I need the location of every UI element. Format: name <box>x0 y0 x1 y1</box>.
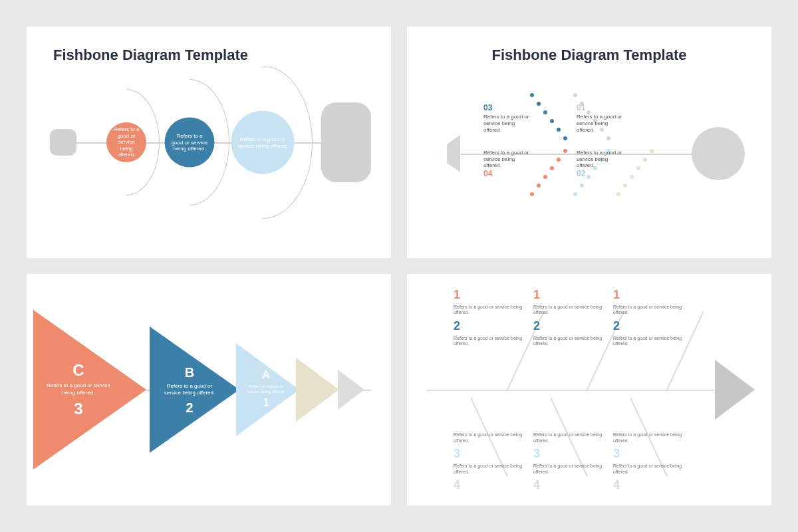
cause-label-2: Refers to a good or service being offere… <box>577 150 623 180</box>
cause-number: 01 <box>577 103 623 112</box>
slide-fishbone-dotted: Fishbone Diagram Template 03 Refers to a… <box>407 27 771 258</box>
cause-text: Refers to a good or service being offere… <box>454 336 527 347</box>
fish-head <box>692 127 745 180</box>
cause-number: 2 <box>533 320 606 332</box>
triangle-text: Refers to a good or service being offere… <box>160 383 219 397</box>
slide-fishbone-multi: 1 Refers to a good or service being offe… <box>407 274 771 505</box>
triangle-text: Refers to a good or service being offere… <box>243 384 289 395</box>
cause-text: Refers to a good or service being offere… <box>483 150 529 168</box>
cause-number: 3 <box>454 448 527 460</box>
cause-text: Refers to a good or service being offere… <box>533 432 606 444</box>
cause-text: Refers to a good or service being offere… <box>533 464 606 475</box>
triangle-label-c: C Refers to a good or service being offe… <box>45 360 112 419</box>
cause-text: Refers to a good or service being offere… <box>613 305 686 316</box>
triangle-text: Refers to a good or service being offere… <box>45 383 112 397</box>
triangle-letter: C <box>45 360 112 380</box>
cause-text: Refers to a good or service being offere… <box>577 114 622 132</box>
cause-number: 4 <box>533 479 606 491</box>
fish-tail-notch <box>434 144 447 163</box>
fish-tail <box>50 129 76 156</box>
slide-fishbone-circles: Fishbone Diagram Template Refers to a go… <box>27 27 391 258</box>
arrowhead-icon <box>715 360 755 420</box>
cause-text: Refers to a good or service being offere… <box>577 150 622 168</box>
cause-label-4: Refers to a good or service being offere… <box>483 150 530 180</box>
slide-fishbone-triangles: C Refers to a good or service being offe… <box>27 274 391 505</box>
cause-text: Refers to a good or service being offere… <box>613 464 686 475</box>
triangle-number: 1 <box>243 397 289 411</box>
cause-label-3: 03 Refers to a good or service being off… <box>483 103 530 133</box>
triangle-number: 2 <box>160 398 219 416</box>
cause-number: 03 <box>483 103 530 112</box>
cause-text: Refers to a good or service being offere… <box>454 432 527 444</box>
slide2-title: Fishbone Diagram Template <box>407 47 771 64</box>
cause-number: 1 <box>613 289 686 301</box>
cause-number: 4 <box>613 479 686 491</box>
cause-text: Refers to a good or service being offere… <box>454 305 527 316</box>
cause-text: Refers to a good or service being offere… <box>533 336 606 347</box>
triangle-small <box>296 358 339 422</box>
fish-head <box>321 102 371 182</box>
cause-text: Refers to a good or service being offere… <box>533 305 606 316</box>
cause-number: 02 <box>577 169 623 178</box>
triangle-label-a: A Refers to a good or service being offe… <box>243 368 289 410</box>
cause-column: 1 Refers to a good or service being offe… <box>533 289 606 491</box>
cause-text: Refers to a good or service being offere… <box>613 336 686 347</box>
slide1-title: Fishbone Diagram Template <box>53 47 248 64</box>
cause-bubble-3: Refers to a good or service being offere… <box>231 111 295 174</box>
cause-number: 2 <box>613 320 686 332</box>
cause-number: 3 <box>533 448 606 460</box>
cause-number: 1 <box>533 289 606 301</box>
bone-dots <box>616 143 670 196</box>
cause-bubble-2: Refers to a good or service being offere… <box>165 118 215 168</box>
triangle-letter: B <box>160 364 219 381</box>
triangle-number: 3 <box>45 398 112 419</box>
cause-column: 1 Refers to a good or service being offe… <box>613 289 686 491</box>
cause-number: 1 <box>454 289 527 301</box>
cause-number: 3 <box>613 448 686 460</box>
cause-label-1: 01 Refers to a good or service being off… <box>577 103 623 133</box>
cause-text: Refers to a good or service being offere… <box>483 114 529 132</box>
cause-number: 2 <box>454 320 527 332</box>
cause-text: Refers to a good or service being offere… <box>613 432 686 444</box>
cause-number: 4 <box>454 479 527 491</box>
triangle-label-b: B Refers to a good or service being offe… <box>160 364 219 416</box>
cause-bubble-1: Refers to a good or service being offere… <box>106 122 146 162</box>
cause-column: 1 Refers to a good or service being offe… <box>454 289 527 491</box>
triangle-tiny <box>338 370 364 410</box>
cause-text: Refers to a good or service being offere… <box>454 464 527 475</box>
cause-number: 04 <box>483 169 530 178</box>
triangle-letter: A <box>243 368 289 382</box>
